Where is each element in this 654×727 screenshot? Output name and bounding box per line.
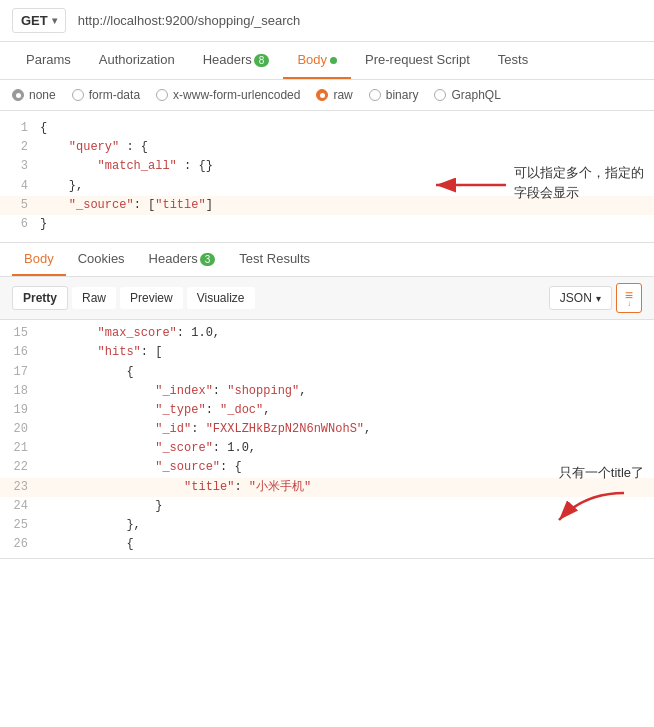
format-select[interactable]: JSON ▾ [549,286,612,310]
filter-icon: ≡↓ [625,288,633,308]
url-input[interactable] [74,9,642,32]
method-select[interactable]: GET ▾ [12,8,66,33]
format-bar: Pretty Raw Preview Visualize JSON ▾ ≡↓ [0,277,654,320]
code-line-1: 1 { [0,119,654,138]
bottom-tabs: Body Cookies Headers3 Test Results [0,243,654,277]
body-options: none form-data x-www-form-urlencoded raw… [0,80,654,111]
bottom-tab-headers[interactable]: Headers3 [137,243,228,276]
radio-raw[interactable]: raw [316,88,352,102]
resp-line-15: 15 "max_score": 1.0, [0,324,654,343]
radio-none[interactable]: none [12,88,56,102]
method-label: GET [21,13,48,28]
preview-button[interactable]: Preview [120,287,183,309]
pretty-button[interactable]: Pretty [12,286,68,310]
raw-button[interactable]: Raw [72,287,116,309]
radio-form-data-circle [72,89,84,101]
radio-none-circle [12,89,24,101]
radio-binary-circle [369,89,381,101]
tab-tests[interactable]: Tests [484,42,542,79]
resp-line-16: 16 "hits": [ [0,343,654,362]
tab-authorization[interactable]: Authorization [85,42,189,79]
url-bar: GET ▾ [0,0,654,42]
annotation-2-text: 只有一个title了 [559,463,644,483]
chevron-down-icon: ▾ [52,15,57,26]
response-headers-badge: 3 [200,253,216,266]
bottom-tab-cookies[interactable]: Cookies [66,243,137,276]
resp-line-21: 21 "_score": 1.0, [0,439,654,458]
code-line-6: 6 } [0,215,654,234]
request-body-editor[interactable]: 1 { 2 "query" : { 3 "match_all" : {} 4 }… [0,111,654,243]
visualize-button[interactable]: Visualize [187,287,255,309]
radio-binary[interactable]: binary [369,88,419,102]
resp-line-26: 26 { [0,535,654,554]
radio-form-data[interactable]: form-data [72,88,140,102]
response-body: 15 "max_score": 1.0, 16 "hits": [ 17 { 1… [0,320,654,559]
resp-line-20: 20 "_id": "FXXLZHkBzpN2N6nWNohS", [0,420,654,439]
arrow-icon-2 [544,488,644,528]
body-dot [330,57,337,64]
bottom-tab-testresults[interactable]: Test Results [227,243,322,276]
headers-badge: 8 [254,54,270,67]
resp-line-17: 17 { [0,363,654,382]
bottom-tab-body[interactable]: Body [12,243,66,276]
tab-params[interactable]: Params [12,42,85,79]
resp-line-18: 18 "_index": "shopping", [0,382,654,401]
annotation-1-text: 可以指定多个，指定的字段会显示 [514,163,644,202]
resp-line-19: 19 "_type": "_doc", [0,401,654,420]
radio-graphql-circle [434,89,446,101]
tab-prerequest[interactable]: Pre-request Script [351,42,484,79]
filter-button[interactable]: ≡↓ [616,283,642,313]
tab-body[interactable]: Body [283,42,351,79]
arrow-icon-1 [428,167,508,203]
annotation-1: 可以指定多个，指定的字段会显示 [428,163,644,203]
top-tabs: Params Authorization Headers8 Body Pre-r… [0,42,654,80]
tab-headers[interactable]: Headers8 [189,42,284,79]
radio-raw-circle [316,89,328,101]
radio-graphql[interactable]: GraphQL [434,88,500,102]
annotation-2: 只有一个title了 [544,463,644,529]
chevron-down-icon: ▾ [596,293,601,304]
code-line-2: 2 "query" : { [0,138,654,157]
radio-urlencoded-circle [156,89,168,101]
radio-urlencoded[interactable]: x-www-form-urlencoded [156,88,300,102]
